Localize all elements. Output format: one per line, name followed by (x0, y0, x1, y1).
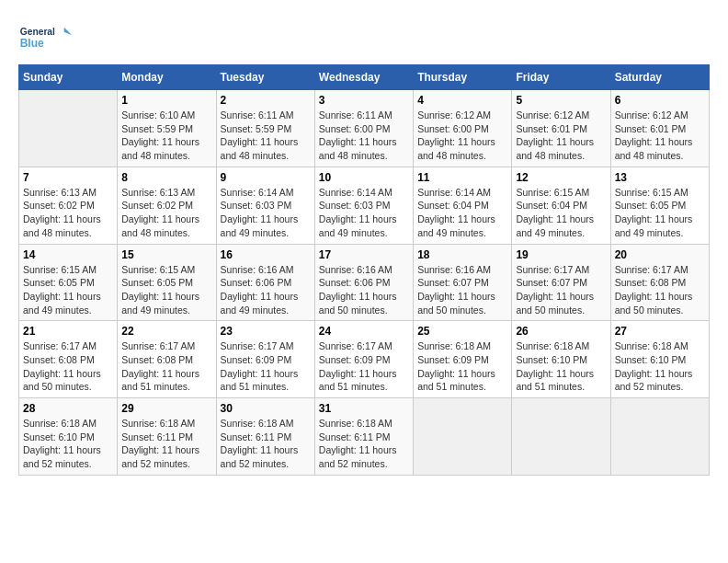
calendar-cell: 1Sunrise: 6:10 AM Sunset: 5:59 PM Daylig… (118, 90, 216, 167)
day-number: 14 (23, 248, 113, 261)
week-row-2: 7Sunrise: 6:13 AM Sunset: 6:02 PM Daylig… (19, 167, 710, 244)
weekday-header-sunday: Sunday (19, 65, 118, 90)
weekday-header-monday: Monday (118, 65, 216, 90)
weekday-header-wednesday: Wednesday (314, 65, 413, 90)
weekday-header-tuesday: Tuesday (216, 65, 314, 90)
day-number: 7 (23, 171, 113, 184)
day-number: 28 (23, 402, 113, 415)
day-number: 26 (516, 325, 606, 338)
day-number: 9 (221, 171, 311, 184)
calendar-cell: 21Sunrise: 6:17 AM Sunset: 6:08 PM Dayli… (19, 321, 118, 398)
day-info: Sunrise: 6:15 AM Sunset: 6:05 PM Dayligh… (121, 264, 199, 316)
calendar-table: SundayMondayTuesdayWednesdayThursdayFrid… (18, 64, 710, 476)
day-number: 17 (319, 248, 409, 261)
day-number: 27 (615, 325, 705, 338)
calendar-cell: 27Sunrise: 6:18 AM Sunset: 6:10 PM Dayli… (610, 321, 709, 398)
day-info: Sunrise: 6:14 AM Sunset: 6:03 PM Dayligh… (319, 187, 397, 238)
logo: General Blue (18, 18, 74, 55)
calendar-cell: 2Sunrise: 6:11 AM Sunset: 5:59 PM Daylig… (216, 90, 314, 167)
day-info: Sunrise: 6:17 AM Sunset: 6:09 PM Dayligh… (319, 340, 397, 392)
day-info: Sunrise: 6:15 AM Sunset: 6:05 PM Dayligh… (23, 264, 101, 316)
day-info: Sunrise: 6:12 AM Sunset: 6:01 PM Dayligh… (516, 109, 594, 161)
calendar-cell: 11Sunrise: 6:14 AM Sunset: 6:04 PM Dayli… (414, 167, 512, 244)
day-info: Sunrise: 6:18 AM Sunset: 6:10 PM Dayligh… (516, 340, 594, 392)
header: General Blue (18, 18, 710, 55)
calendar-cell: 6Sunrise: 6:12 AM Sunset: 6:01 PM Daylig… (610, 90, 709, 167)
day-info: Sunrise: 6:16 AM Sunset: 6:06 PM Dayligh… (221, 264, 299, 316)
day-info: Sunrise: 6:12 AM Sunset: 6:01 PM Dayligh… (615, 109, 693, 161)
calendar-cell: 18Sunrise: 6:16 AM Sunset: 6:07 PM Dayli… (414, 244, 512, 321)
day-info: Sunrise: 6:18 AM Sunset: 6:10 PM Dayligh… (615, 340, 693, 392)
day-number: 8 (121, 171, 211, 184)
day-info: Sunrise: 6:15 AM Sunset: 6:04 PM Dayligh… (516, 187, 594, 238)
day-info: Sunrise: 6:14 AM Sunset: 6:04 PM Dayligh… (417, 187, 495, 238)
svg-marker-2 (64, 28, 73, 36)
calendar-cell: 8Sunrise: 6:13 AM Sunset: 6:02 PM Daylig… (118, 167, 216, 244)
calendar-cell: 23Sunrise: 6:17 AM Sunset: 6:09 PM Dayli… (216, 321, 314, 398)
day-info: Sunrise: 6:17 AM Sunset: 6:07 PM Dayligh… (516, 264, 594, 316)
day-number: 4 (417, 94, 507, 107)
svg-text:Blue: Blue (20, 37, 44, 50)
calendar-cell: 20Sunrise: 6:17 AM Sunset: 6:08 PM Dayli… (610, 244, 709, 321)
day-info: Sunrise: 6:16 AM Sunset: 6:06 PM Dayligh… (319, 264, 397, 316)
calendar-cell: 15Sunrise: 6:15 AM Sunset: 6:05 PM Dayli… (118, 244, 216, 321)
day-number: 13 (615, 171, 705, 184)
day-number: 30 (221, 402, 311, 415)
day-number: 21 (23, 325, 113, 338)
day-number: 20 (615, 248, 705, 261)
day-number: 5 (516, 94, 606, 107)
day-info: Sunrise: 6:11 AM Sunset: 5:59 PM Dayligh… (221, 109, 299, 161)
calendar-cell: 12Sunrise: 6:15 AM Sunset: 6:04 PM Dayli… (512, 167, 610, 244)
day-number: 3 (319, 94, 409, 107)
day-info: Sunrise: 6:16 AM Sunset: 6:07 PM Dayligh… (417, 264, 495, 316)
calendar-cell: 31Sunrise: 6:18 AM Sunset: 6:11 PM Dayli… (314, 398, 413, 476)
day-info: Sunrise: 6:17 AM Sunset: 6:08 PM Dayligh… (121, 340, 199, 392)
day-number: 22 (121, 325, 211, 338)
day-number: 31 (319, 402, 409, 415)
svg-text:General: General (20, 27, 55, 37)
day-info: Sunrise: 6:11 AM Sunset: 6:00 PM Dayligh… (319, 109, 397, 161)
day-info: Sunrise: 6:13 AM Sunset: 6:02 PM Dayligh… (121, 187, 199, 238)
day-number: 25 (417, 325, 507, 338)
day-number: 29 (121, 402, 211, 415)
calendar-cell: 19Sunrise: 6:17 AM Sunset: 6:07 PM Dayli… (512, 244, 610, 321)
day-info: Sunrise: 6:13 AM Sunset: 6:02 PM Dayligh… (23, 187, 101, 238)
calendar-cell: 16Sunrise: 6:16 AM Sunset: 6:06 PM Dayli… (216, 244, 314, 321)
day-number: 16 (221, 248, 311, 261)
day-number: 6 (615, 94, 705, 107)
day-info: Sunrise: 6:18 AM Sunset: 6:11 PM Dayligh… (121, 418, 199, 469)
calendar-cell: 22Sunrise: 6:17 AM Sunset: 6:08 PM Dayli… (118, 321, 216, 398)
calendar-cell: 26Sunrise: 6:18 AM Sunset: 6:10 PM Dayli… (512, 321, 610, 398)
day-info: Sunrise: 6:15 AM Sunset: 6:05 PM Dayligh… (615, 187, 693, 238)
calendar-cell (512, 398, 610, 476)
calendar-cell: 30Sunrise: 6:18 AM Sunset: 6:11 PM Dayli… (216, 398, 314, 476)
week-row-4: 21Sunrise: 6:17 AM Sunset: 6:08 PM Dayli… (19, 321, 710, 398)
day-number: 19 (516, 248, 606, 261)
day-number: 2 (221, 94, 311, 107)
day-info: Sunrise: 6:17 AM Sunset: 6:08 PM Dayligh… (615, 264, 693, 316)
calendar-cell: 9Sunrise: 6:14 AM Sunset: 6:03 PM Daylig… (216, 167, 314, 244)
calendar-cell: 25Sunrise: 6:18 AM Sunset: 6:09 PM Dayli… (414, 321, 512, 398)
day-info: Sunrise: 6:14 AM Sunset: 6:03 PM Dayligh… (221, 187, 299, 238)
day-number: 12 (516, 171, 606, 184)
day-info: Sunrise: 6:12 AM Sunset: 6:00 PM Dayligh… (417, 109, 495, 161)
week-row-1: 1Sunrise: 6:10 AM Sunset: 5:59 PM Daylig… (19, 90, 710, 167)
day-info: Sunrise: 6:10 AM Sunset: 5:59 PM Dayligh… (121, 109, 199, 161)
calendar-cell: 3Sunrise: 6:11 AM Sunset: 6:00 PM Daylig… (314, 90, 413, 167)
day-number: 23 (221, 325, 311, 338)
day-info: Sunrise: 6:18 AM Sunset: 6:11 PM Dayligh… (221, 418, 299, 469)
day-number: 11 (417, 171, 507, 184)
day-info: Sunrise: 6:18 AM Sunset: 6:09 PM Dayligh… (417, 340, 495, 392)
weekday-header-thursday: Thursday (414, 65, 512, 90)
calendar-cell: 10Sunrise: 6:14 AM Sunset: 6:03 PM Dayli… (314, 167, 413, 244)
calendar-cell: 5Sunrise: 6:12 AM Sunset: 6:01 PM Daylig… (512, 90, 610, 167)
day-info: Sunrise: 6:17 AM Sunset: 6:08 PM Dayligh… (23, 340, 101, 392)
calendar-cell: 24Sunrise: 6:17 AM Sunset: 6:09 PM Dayli… (314, 321, 413, 398)
calendar-cell: 13Sunrise: 6:15 AM Sunset: 6:05 PM Dayli… (610, 167, 709, 244)
day-number: 10 (319, 171, 409, 184)
calendar-cell: 14Sunrise: 6:15 AM Sunset: 6:05 PM Dayli… (19, 244, 118, 321)
calendar-cell: 7Sunrise: 6:13 AM Sunset: 6:02 PM Daylig… (19, 167, 118, 244)
day-info: Sunrise: 6:18 AM Sunset: 6:10 PM Dayligh… (23, 418, 101, 469)
calendar-cell: 28Sunrise: 6:18 AM Sunset: 6:10 PM Dayli… (19, 398, 118, 476)
day-info: Sunrise: 6:18 AM Sunset: 6:11 PM Dayligh… (319, 418, 397, 469)
